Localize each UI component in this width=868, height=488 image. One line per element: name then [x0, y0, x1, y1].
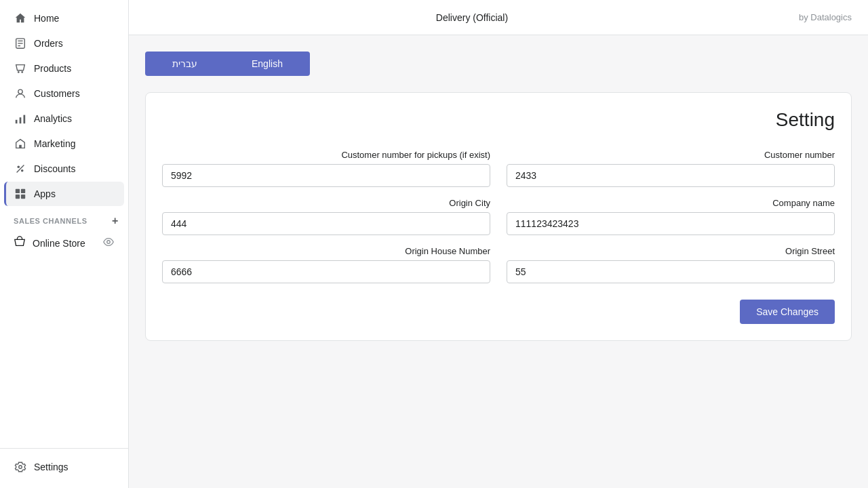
customer-number-pickups-input[interactable] — [162, 164, 490, 187]
svg-rect-8 — [20, 117, 22, 123]
customer-number-input[interactable] — [507, 164, 835, 187]
setting-title: Setting — [162, 109, 835, 131]
online-store-left: Online Store — [14, 236, 85, 250]
sidebar-item-orders[interactable]: Orders — [4, 31, 124, 56]
svg-point-4 — [18, 71, 20, 73]
save-changes-button[interactable]: Save Changes — [740, 300, 835, 324]
sidebar-item-home-label: Home — [34, 13, 59, 24]
main-area: Delivery (Official) by Datalogics עברית … — [129, 0, 868, 488]
sales-channels-section: SALES CHANNELS + — [0, 207, 128, 230]
company-name-label: Company name — [507, 198, 835, 208]
sidebar-item-customers[interactable]: Customers — [4, 81, 124, 106]
online-store-label: Online Store — [33, 238, 85, 249]
sidebar-item-products[interactable]: Products — [4, 56, 124, 81]
sidebar-item-home[interactable]: Home — [4, 6, 124, 30]
svg-point-10 — [18, 166, 20, 169]
hebrew-button[interactable]: עברית — [145, 52, 224, 76]
origin-city-field: Origin City — [162, 198, 490, 235]
sales-channels-label: SALES CHANNELS — [14, 217, 87, 225]
svg-rect-15 — [16, 195, 20, 199]
home-icon — [14, 12, 27, 25]
origin-street-label: Origin Street — [507, 246, 835, 256]
topbar-byline: by Datalogics — [799, 12, 852, 22]
origin-street-field: Origin Street — [507, 246, 835, 283]
sidebar-item-apps[interactable]: Apps — [4, 182, 124, 206]
origin-house-number-field: Origin House Number — [162, 246, 490, 283]
svg-rect-7 — [16, 120, 18, 123]
language-switcher: עברית English — [145, 52, 852, 76]
sidebar-item-online-store[interactable]: Online Store — [4, 230, 124, 256]
customer-number-label: Customer number — [507, 150, 835, 160]
sidebar: Home Orders Products Customers Analytics — [0, 0, 129, 488]
svg-rect-9 — [24, 115, 26, 124]
apps-icon — [14, 187, 27, 201]
content: עברית English Setting Customer number fo… — [129, 35, 868, 488]
settings-icon — [14, 460, 27, 474]
orders-icon — [14, 37, 27, 50]
sidebar-bottom: Settings — [0, 448, 128, 488]
online-store-icon — [14, 236, 26, 250]
topbar-title: Delivery (Official) — [436, 12, 508, 23]
topbar: Delivery (Official) by Datalogics — [129, 0, 868, 35]
company-name-input[interactable] — [507, 212, 835, 235]
sidebar-item-marketing[interactable]: Marketing — [4, 131, 124, 156]
sidebar-item-analytics-label: Analytics — [34, 113, 72, 124]
save-btn-row: Save Changes — [162, 300, 835, 324]
svg-point-5 — [21, 71, 23, 73]
sidebar-item-marketing-label: Marketing — [34, 138, 75, 149]
svg-rect-14 — [21, 189, 25, 193]
company-name-field: Company name — [507, 198, 835, 235]
add-sales-channel-icon[interactable]: + — [112, 215, 119, 227]
online-store-visibility-icon[interactable] — [102, 236, 115, 250]
sidebar-item-discounts-label: Discounts — [34, 163, 75, 174]
marketing-icon — [14, 137, 27, 150]
origin-house-number-input[interactable] — [162, 260, 490, 283]
customer-number-pickups-label: Customer number for pickups (if exist) — [162, 150, 490, 160]
svg-point-17 — [107, 241, 111, 244]
sidebar-item-orders-label: Orders — [34, 38, 63, 49]
sidebar-item-products-label: Products — [34, 63, 71, 74]
origin-city-input[interactable] — [162, 212, 490, 235]
sidebar-item-settings[interactable]: Settings — [4, 455, 124, 479]
analytics-icon — [14, 112, 27, 125]
sidebar-item-customers-label: Customers — [34, 88, 80, 99]
svg-rect-13 — [16, 189, 20, 193]
settings-form: Customer number for pickups (if exist) C… — [162, 150, 835, 283]
customer-number-field: Customer number — [507, 150, 835, 187]
origin-city-label: Origin City — [162, 198, 490, 208]
svg-point-6 — [18, 89, 22, 94]
svg-point-11 — [21, 169, 24, 172]
sidebar-item-analytics[interactable]: Analytics — [4, 106, 124, 131]
svg-rect-16 — [21, 195, 25, 199]
sidebar-item-apps-label: Apps — [34, 188, 56, 199]
origin-street-input[interactable] — [507, 260, 835, 283]
sidebar-nav: Home Orders Products Customers Analytics — [0, 0, 128, 448]
discounts-icon — [14, 162, 27, 176]
setting-card: Setting Customer number for pickups (if … — [145, 92, 852, 341]
customer-number-pickups-field: Customer number for pickups (if exist) — [162, 150, 490, 187]
origin-house-number-label: Origin House Number — [162, 246, 490, 256]
sidebar-item-discounts[interactable]: Discounts — [4, 157, 124, 181]
products-icon — [14, 62, 27, 75]
sidebar-item-settings-label: Settings — [34, 462, 68, 472]
english-button[interactable]: English — [224, 52, 310, 76]
customers-icon — [14, 87, 27, 100]
